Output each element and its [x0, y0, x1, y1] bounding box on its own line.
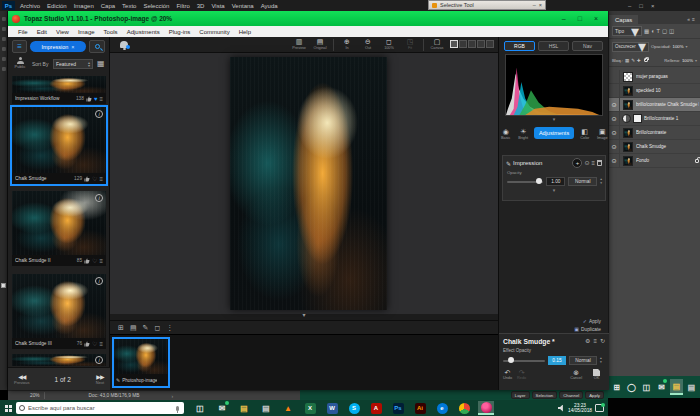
topaz-menu-tools[interactable]: Tools — [104, 29, 118, 35]
topaz-studio-icon[interactable] — [478, 401, 494, 415]
blend-mode-select[interactable]: Oscurecer▾ — [612, 42, 649, 52]
task-view-icon[interactable]: ◫ — [192, 401, 208, 415]
ps-menu-3d[interactable]: 3D — [197, 3, 205, 9]
sort-select[interactable]: Featured ▴▾ — [53, 59, 93, 69]
foreground-color-swatch[interactable] — [1, 283, 6, 288]
close-icon[interactable]: × — [594, 15, 598, 22]
fill-value[interactable]: 100% — [682, 58, 693, 63]
layer-row[interactable]: ⊙Brillo/contraste 1 — [609, 112, 700, 126]
filter-pixel-icon[interactable]: ▦ — [644, 28, 649, 35]
file-explorer-icon[interactable]: ▤ — [670, 379, 683, 395]
split-view-icon[interactable] — [468, 40, 476, 48]
redo-button[interactable]: ↷Redo — [517, 369, 526, 380]
layer-row[interactable]: ⊙Fondo — [609, 154, 700, 168]
visibility-eye-icon[interactable]: ⊙ — [584, 159, 589, 167]
microphone-icon[interactable] — [176, 406, 179, 411]
preset-menu-icon[interactable]: ≡ — [99, 258, 103, 264]
zoom-100-button[interactable]: ◻100% — [381, 38, 397, 50]
ps-menu-capa[interactable]: Capa — [101, 3, 115, 9]
preset-card[interactable]: i Chalk Smudge II 85 ♡ ≡ — [12, 191, 106, 266]
menu-icon[interactable]: ≡ — [593, 337, 597, 345]
lock-transparency-icon[interactable]: ▦ — [625, 57, 629, 64]
edited-image[interactable] — [230, 57, 387, 310]
output-tab-selection[interactable]: Selection — [532, 391, 558, 399]
topaz-menu-view[interactable]: View — [56, 29, 69, 35]
blend-mode-select[interactable]: Normal — [568, 177, 597, 186]
panel-menu-icon[interactable]: «≡ — [687, 16, 700, 24]
start-icon[interactable]: ⊞ — [610, 379, 623, 395]
preset-menu-icon[interactable]: ≡ — [99, 176, 103, 182]
stepper-icon[interactable]: ▴▾ — [600, 357, 602, 363]
selective-tool-window[interactable]: Selective Tool – × — [428, 0, 546, 10]
info-icon[interactable]: i — [95, 194, 103, 202]
preset-card[interactable]: Impression Workflow 138 ♥ ≡ — [12, 76, 106, 104]
duplicate-button[interactable]: ▣Duplicate — [574, 326, 601, 332]
filter-smart-object-icon[interactable]: ◫ — [669, 28, 674, 35]
menu-icon[interactable]: ≡ — [12, 40, 27, 53]
task-view-icon[interactable]: ◫ — [640, 379, 653, 395]
photoshop-toolbar-strip[interactable] — [0, 11, 8, 390]
delete-trash-icon[interactable] — [597, 160, 602, 166]
color-nav-button[interactable]: ◧Color — [578, 127, 591, 140]
favorite-icon[interactable]: ♡ — [92, 341, 97, 347]
ps-menu-vista[interactable]: Vista — [211, 3, 224, 9]
topaz-menu-adjustments[interactable]: Adjustments — [127, 29, 160, 35]
speaker-icon[interactable] — [558, 405, 565, 412]
ok-button[interactable]: OK — [593, 369, 600, 380]
public-filter[interactable]: Public — [13, 57, 27, 69]
filter-type-select[interactable]: Tipo▾ — [612, 26, 642, 36]
blend-mode-select[interactable]: Normal — [569, 356, 597, 365]
opacity-value[interactable]: 1.00 — [546, 177, 565, 186]
previous-page-button[interactable]: ◀◀ Previous — [14, 373, 30, 385]
preset-card[interactable]: i Chalk Smudge III 76 ♡ ≡ — [12, 274, 106, 349]
single-view-icon[interactable] — [450, 40, 458, 48]
cancel-button[interactable]: ⊗Cancel — [570, 369, 582, 380]
layer-visibility-toggle[interactable]: ⊙ — [609, 126, 620, 140]
close-icon[interactable]: × — [651, 3, 655, 9]
brush-tool-icon[interactable]: ✎ — [143, 324, 149, 332]
layer-visibility-toggle[interactable]: ⊙ — [609, 154, 620, 168]
histogram-tab-rgb[interactable]: RGB — [504, 41, 535, 51]
preset-card[interactable]: i — [12, 354, 106, 366]
remove-tag-icon[interactable]: × — [71, 44, 74, 50]
thumbs-up-icon[interactable] — [84, 176, 90, 182]
excel-icon[interactable]: X — [302, 401, 318, 415]
photoshop-icon[interactable]: Ps — [390, 401, 406, 415]
ps-menu-archivo[interactable]: Archivo — [20, 3, 40, 9]
filter-shape-icon[interactable]: ▢ — [662, 28, 667, 35]
lock-all-icon[interactable] — [644, 58, 648, 62]
adjustments-button[interactable]: Adjustments — [534, 127, 574, 139]
preset-card-selected[interactable]: i Chalk Smudge 129 ♡ ≡ — [12, 107, 106, 184]
bright-nav-button[interactable]: ☀Bright — [516, 127, 529, 140]
ps-menu-selección[interactable]: Selección — [143, 3, 169, 9]
split-view-icon[interactable] — [477, 40, 485, 48]
layer-row[interactable]: speckled 10 — [609, 84, 700, 98]
layer-row[interactable]: ⊙Chalk Smudge — [609, 140, 700, 154]
minimize-icon[interactable]: – — [628, 3, 631, 9]
layer-visibility-toggle[interactable]: ⊙ — [609, 140, 620, 154]
grid-view-icon[interactable]: ▦ — [97, 59, 105, 69]
cortana-icon[interactable]: ◯ — [625, 379, 638, 395]
favorite-icon[interactable]: ♥ — [94, 96, 98, 102]
split-view-icon[interactable] — [459, 40, 467, 48]
original-button[interactable]: ▤Original — [312, 38, 328, 50]
more-tools-icon[interactable]: ⋮ — [166, 324, 173, 332]
output-tab-apply[interactable]: Apply — [585, 391, 604, 399]
topaz-menu-community[interactable]: Community — [199, 29, 229, 35]
layer-row[interactable]: mujer paraguas — [609, 70, 700, 84]
histogram-tab-nav[interactable]: Nav — [572, 41, 603, 51]
stepper-icon[interactable]: ▴▾ — [600, 178, 602, 184]
file-explorer-icon[interactable]: ▤ — [236, 401, 252, 415]
lock-position-icon[interactable]: ✚ — [637, 57, 641, 64]
chrome-icon[interactable] — [456, 401, 472, 415]
thumbs-up-icon[interactable] — [84, 258, 90, 264]
start-button[interactable] — [0, 400, 16, 416]
frame-tool-icon[interactable]: ◻ — [154, 324, 160, 332]
status-arrow-icon[interactable]: › — [172, 393, 174, 399]
acrobat-icon[interactable]: A — [368, 401, 384, 415]
search-tag[interactable]: Impression × — [30, 41, 86, 52]
info-icon[interactable]: i — [95, 277, 103, 285]
canvas-button[interactable]: ▢Canvas — [429, 38, 445, 50]
taskbar-clock[interactable]: 23:23 14/05/2018 — [568, 403, 592, 413]
topaz-titlebar[interactable]: Topaz Studio V1.10.1 - Photoshop-image @… — [8, 11, 608, 26]
